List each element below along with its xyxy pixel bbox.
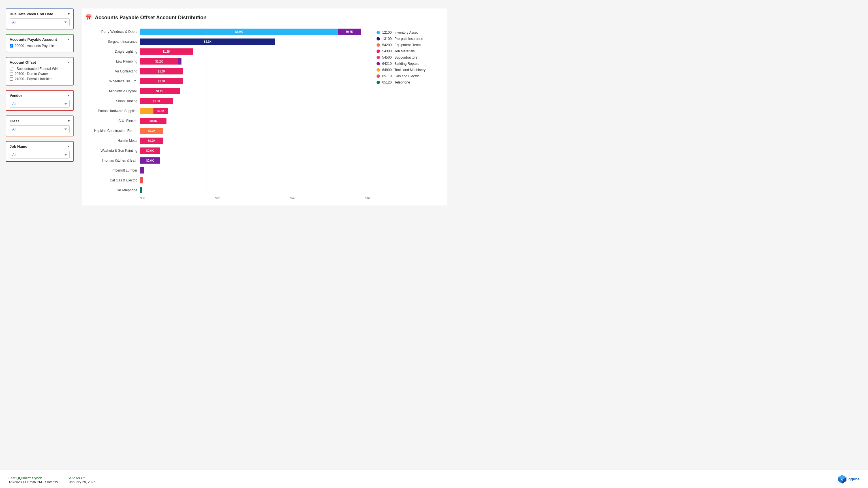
- vendor-chevron-icon: ▾: [68, 94, 70, 97]
- bar-container: $0.6K: [140, 147, 371, 155]
- bar-segment: $0.8K: [140, 118, 166, 124]
- account-offset-items: · Subcontracted Federal WH 20700 · Due t…: [10, 67, 70, 81]
- bar-label: Vu Contracting: [85, 69, 140, 73]
- ap-account-filter: Accounts Payable Account ▾ 20000 · Accou…: [6, 34, 73, 52]
- legend-dot-icon: [376, 62, 380, 65]
- ap-section: A/P As Of January 28, 2025: [69, 476, 95, 484]
- bar-segment: $1.3K: [140, 78, 183, 84]
- job-name-select[interactable]: All: [10, 151, 70, 158]
- bar-row: Hopkins Construction Rent...$0.7K: [85, 127, 371, 135]
- class-chevron-icon: ▾: [68, 119, 70, 123]
- account-offset-checkbox-24000[interactable]: [10, 77, 13, 81]
- bar-segment: $1.2K: [140, 58, 178, 64]
- bar-segment: $0.7K: [140, 138, 163, 144]
- sync-value: 1/9/2023 11:07:36 PM - Success: [8, 480, 58, 484]
- job-name-filter: Job Name ▾ All: [6, 141, 73, 162]
- legend: 12100 · Inventory Asset13100 · Pre-paid …: [376, 28, 439, 200]
- bar-segment: [178, 58, 182, 64]
- sync-section: Last QQube™ Synch 1/9/2023 11:07:36 PM -…: [8, 476, 58, 484]
- vendor-filter: Vendor ▾ All: [6, 90, 73, 111]
- legend-item: 64210 · Building Repairs: [376, 62, 439, 66]
- job-name-header[interactable]: Job Name ▾: [10, 144, 70, 149]
- legend-dot-icon: [376, 81, 380, 84]
- bar-container: $0.7K: [140, 137, 371, 145]
- account-offset-header[interactable]: Account Offset ▾: [10, 60, 70, 64]
- legend-label: 54200 · Equipment Rental: [382, 43, 422, 47]
- bar-container: $0.7K: [140, 127, 371, 135]
- bar-container: $0.8K: [140, 117, 371, 125]
- svg-text:Q: Q: [841, 478, 843, 481]
- bar-label: Hopkins Construction Rent...: [85, 129, 140, 133]
- due-date-header[interactable]: Due Date Week End Date ▾: [10, 12, 70, 16]
- chart-title-row: 📅 Accounts Payable Offset Account Distri…: [85, 14, 439, 21]
- legend-label: 65120 · Telephone: [382, 81, 410, 84]
- bar-row: Vu Contracting$1.3K: [85, 67, 371, 75]
- bar-chart-wrapper: Perry Windows & Doors$6.0K$0.7KSergeant …: [85, 28, 371, 200]
- bar-segment: $1.6K: [140, 49, 193, 55]
- bar-row: Sloan Roofing$1.0K: [85, 97, 371, 105]
- vendor-label: Vendor: [10, 93, 22, 98]
- ap-account-checkbox-20000[interactable]: [10, 44, 13, 48]
- bar-segment: $1.2K: [140, 88, 180, 94]
- bar-segment: $0.6K: [140, 148, 160, 154]
- bar-row: C.U. Electric$0.8K: [85, 117, 371, 125]
- class-select[interactable]: All: [10, 125, 70, 133]
- bar-row: Perry Windows & Doors$6.0K$0.7K: [85, 28, 371, 36]
- bar-container: [140, 186, 371, 194]
- vendor-select[interactable]: All: [10, 100, 70, 108]
- sync-label: Last QQube™ Synch: [8, 476, 58, 480]
- legend-label: 65110 · Gas and Electric: [382, 74, 419, 78]
- legend-label: 64210 · Building Repairs: [382, 62, 419, 66]
- account-offset-item-label-1: 20700 · Due to Owner: [15, 72, 48, 76]
- bars-wrapper: Perry Windows & Doors$6.0K$0.7KSergeant …: [85, 28, 371, 194]
- legend-item: 13100 · Pre-paid Insurance: [376, 37, 439, 41]
- bar-row: Middlefield Drywall$1.2K: [85, 87, 371, 95]
- account-offset-chevron-icon: ▾: [68, 61, 70, 64]
- vendor-header[interactable]: Vendor ▾: [10, 93, 70, 98]
- bar-segment: [140, 177, 143, 183]
- bar-container: $1.2K: [140, 58, 371, 65]
- legend-dot-icon: [376, 56, 380, 59]
- bar-label: Perry Windows & Doors: [85, 30, 140, 34]
- legend-label: 12100 · Inventory Asset: [382, 31, 417, 34]
- account-offset-label: Account Offset: [10, 60, 36, 64]
- bar-segment: $0.7K: [140, 128, 163, 134]
- account-offset-checkbox-20700[interactable]: [10, 72, 13, 75]
- legend-dot-icon: [376, 74, 380, 78]
- ap-account-header[interactable]: Accounts Payable Account ▾: [10, 37, 70, 41]
- chart-area: Perry Windows & Doors$6.0K$0.7KSergeant …: [85, 28, 439, 200]
- bar-row: Washuta & Son Painting$0.6K: [85, 147, 371, 155]
- ap-label: A/P As Of: [69, 476, 95, 480]
- bar-container: $1.0K: [140, 97, 371, 105]
- bar-container: $1.6K: [140, 48, 371, 56]
- bar-row: Lew Plumbing$1.2K: [85, 58, 371, 65]
- bar-row: Timberloft Lumber: [85, 166, 371, 174]
- class-header[interactable]: Class ▾: [10, 119, 70, 123]
- legend-item: 54500 · Subcontractors: [376, 56, 439, 59]
- bar-container: $0.6K: [140, 156, 371, 164]
- x-axis-labels: $0K$2K$4K$6K: [140, 196, 371, 200]
- bar-row: Daigle Lighting$1.6K: [85, 48, 371, 56]
- bar-label: Sergeant Insurance: [85, 40, 140, 43]
- ap-account-item-label: 20000 · Accounts Payable: [15, 44, 54, 48]
- account-offset-filter: Account Offset ▾ · Subcontracted Federal…: [6, 57, 73, 86]
- footer: Last QQube™ Synch 1/9/2023 11:07:36 PM -…: [0, 469, 868, 488]
- due-date-label: Due Date Week End Date: [10, 12, 53, 16]
- bar-segment: $0.8K: [153, 108, 168, 114]
- due-date-select[interactable]: All: [10, 19, 70, 26]
- legend-dot-icon: [376, 43, 380, 47]
- x-axis-label: $4K: [290, 196, 296, 200]
- filter-panel: Due Date Week End Date ▾ All Accounts Pa…: [6, 8, 73, 206]
- ap-account-item-20000: 20000 · Accounts Payable: [10, 44, 70, 48]
- bar-label: C.U. Electric: [85, 119, 140, 123]
- account-offset-checkbox-subcontracted[interactable]: [10, 67, 13, 70]
- bar-row: Thomas Kitchen & Bath$0.6K: [85, 156, 371, 164]
- bar-row: Cal Gas & Electric: [85, 176, 371, 184]
- bar-row: Patton Hardware Supplies$0.8K: [85, 107, 371, 115]
- bar-segment: $1.3K: [140, 68, 183, 74]
- legend-item: 54300 · Job Materials: [376, 49, 439, 53]
- bar-label: Thomas Kitchen & Bath: [85, 158, 140, 162]
- bar-container: $1.2K: [140, 87, 371, 95]
- ap-value: January 28, 2025: [69, 480, 95, 484]
- legend-label: 54300 · Job Materials: [382, 49, 415, 53]
